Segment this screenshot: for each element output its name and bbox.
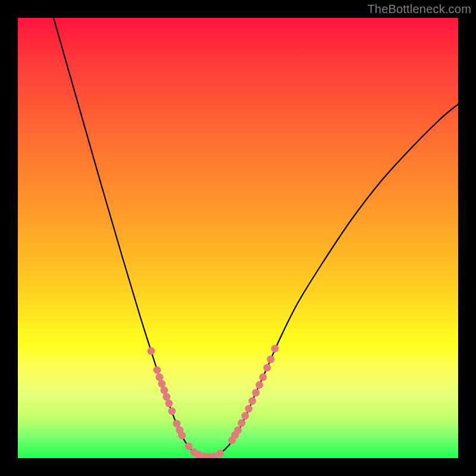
highlight-dot [185, 443, 193, 450]
highlight-dots [148, 345, 279, 459]
highlight-dot [242, 412, 249, 420]
highlight-dot [148, 347, 155, 355]
highlight-dot [256, 381, 264, 389]
highlight-dot [165, 400, 173, 408]
highlight-dot [154, 367, 161, 374]
highlight-dot [249, 397, 256, 405]
highlight-dot [264, 364, 271, 372]
highlight-dot [168, 408, 176, 415]
chart-svg [18, 18, 458, 458]
plot-area [18, 18, 458, 458]
highlight-dot [245, 405, 253, 413]
highlight-dot [234, 427, 242, 434]
watermark-text: TheBottleneck.com [367, 2, 471, 16]
highlight-dot [238, 419, 246, 427]
highlight-dot [252, 389, 260, 397]
chart-frame: TheBottleneck.com [0, 0, 476, 476]
highlight-dot [267, 356, 275, 364]
highlight-dot [271, 345, 279, 353]
highlight-dot [259, 374, 267, 381]
highlight-dot [178, 432, 186, 440]
highlight-dot [217, 450, 224, 458]
